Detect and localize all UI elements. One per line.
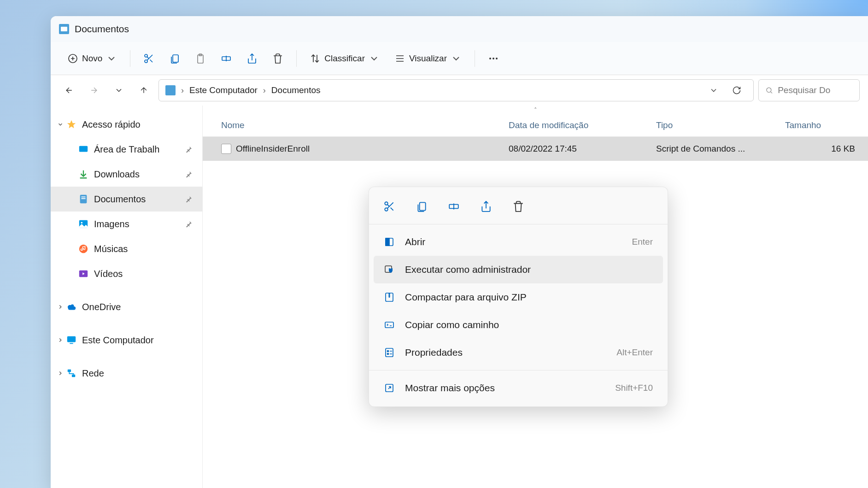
sort-label: Classificar [324, 53, 365, 64]
svg-rect-14 [81, 198, 85, 199]
svg-point-1 [145, 54, 147, 57]
context-properties[interactable]: Propriedades Alt+Enter [374, 339, 663, 366]
plus-circle-icon [67, 53, 78, 64]
titlebar: Documentos [51, 16, 868, 42]
chevron-down-icon [114, 86, 123, 95]
svg-rect-20 [70, 343, 73, 344]
context-cut-button[interactable] [380, 197, 399, 216]
path-icon [384, 319, 395, 330]
pin-icon [185, 170, 193, 178]
context-delete-button[interactable] [509, 197, 528, 216]
rename-button[interactable] [215, 47, 237, 70]
svg-point-2 [145, 60, 147, 63]
column-name[interactable]: Nome [221, 120, 509, 130]
share-icon [480, 200, 492, 212]
context-rename-button[interactable] [445, 197, 463, 216]
sidebar-item-music[interactable]: Músicas [51, 236, 202, 261]
view-label: Visualizar [409, 53, 447, 64]
sidebar-item-onedrive[interactable]: OneDrive [51, 294, 202, 319]
sidebar-item-quick-access[interactable]: Acesso rápido [51, 112, 202, 137]
copy-button[interactable] [164, 47, 186, 70]
pin-icon [185, 145, 193, 153]
cloud-icon [66, 302, 76, 312]
download-icon [78, 169, 88, 179]
refresh-button[interactable] [727, 80, 747, 100]
desktop-icon [78, 144, 88, 154]
toolbar: Novo Classificar Visualizar [51, 42, 868, 75]
context-run-as-admin[interactable]: Executar como administrador [374, 256, 663, 283]
history-button[interactable] [109, 80, 129, 100]
context-open[interactable]: Abrir Enter [374, 228, 663, 256]
context-menu: Abrir Enter Executar como administrador … [369, 187, 668, 407]
view-button[interactable]: Visualizar [389, 47, 467, 70]
context-more-options[interactable]: Mostrar mais opções Shift+F10 [374, 374, 663, 402]
trash-icon [512, 200, 524, 212]
sidebar-item-thispc[interactable]: Este Computador [51, 328, 202, 353]
scissors-icon [383, 200, 395, 212]
sort-icon [310, 53, 321, 64]
sidebar-item-videos[interactable]: Vídeos [51, 261, 202, 286]
music-icon [78, 244, 88, 254]
svg-rect-21 [68, 370, 71, 372]
chevron-right-icon [57, 337, 64, 343]
sidebar-item-network[interactable]: Rede [51, 361, 202, 386]
pin-icon [185, 220, 193, 228]
context-compress-zip[interactable]: Compactar para arquivo ZIP [374, 283, 663, 311]
svg-rect-25 [420, 202, 426, 210]
file-row[interactable]: OfflineInsiderEnroll 08/02/2022 17:45 Sc… [203, 137, 868, 161]
svg-point-23 [385, 202, 388, 205]
video-icon [78, 269, 88, 279]
more-button[interactable] [482, 47, 504, 70]
new-button[interactable]: Novo [62, 47, 123, 70]
sidebar-item-documents[interactable]: Documentos [51, 187, 202, 212]
breadcrumb-root[interactable]: Este Computador [189, 85, 258, 95]
sidebar-item-downloads[interactable]: Downloads [51, 162, 202, 187]
chevron-right-icon [57, 370, 64, 376]
context-copy-path[interactable]: Copiar como caminho [374, 311, 663, 339]
address-dropdown[interactable] [704, 80, 724, 100]
column-modified[interactable]: Data de modificação [509, 120, 656, 130]
chevron-right-icon [57, 304, 64, 310]
breadcrumb-current[interactable]: Documentos [271, 85, 321, 95]
up-button[interactable] [134, 80, 154, 100]
search-bar[interactable] [758, 79, 860, 101]
network-icon [66, 368, 76, 378]
chevron-down-icon [451, 53, 462, 64]
search-input[interactable] [778, 85, 853, 95]
shortcut: Alt+Enter [616, 347, 653, 358]
svg-rect-13 [81, 197, 85, 198]
column-type[interactable]: Tipo [656, 120, 785, 130]
forward-button[interactable] [84, 80, 104, 100]
window-title: Documentos [75, 24, 129, 35]
chevron-right-icon: › [263, 86, 266, 95]
chevron-down-icon [57, 121, 64, 128]
share-button[interactable] [241, 47, 263, 70]
properties-icon [384, 347, 395, 358]
sidebar-item-images[interactable]: Imagens [51, 212, 202, 236]
context-share-button[interactable] [477, 197, 495, 216]
copy-icon [169, 53, 180, 64]
arrow-up-icon [139, 86, 148, 95]
scissors-icon [143, 53, 154, 64]
trash-icon [272, 53, 283, 64]
context-copy-button[interactable] [412, 197, 431, 216]
address-bar[interactable]: › Este Computador › Documentos [158, 79, 754, 101]
svg-point-7 [489, 58, 491, 59]
document-icon [165, 85, 176, 95]
delete-button[interactable] [267, 47, 289, 70]
document-icon [59, 24, 69, 34]
document-icon [78, 194, 88, 204]
sidebar-item-desktop[interactable]: Área de Trabalh [51, 137, 202, 162]
svg-point-10 [767, 88, 771, 92]
column-size[interactable]: Tamanho [785, 120, 868, 130]
cut-button[interactable] [138, 47, 160, 70]
paste-button[interactable] [189, 47, 211, 70]
svg-rect-3 [173, 55, 178, 62]
sort-indicator-icon: ˄ [534, 106, 537, 113]
svg-rect-28 [386, 238, 389, 246]
expand-icon [384, 382, 395, 394]
sort-button[interactable]: Classificar [304, 47, 385, 70]
back-button[interactable] [59, 80, 79, 100]
navbar: › Este Computador › Documentos [51, 75, 868, 106]
monitor-icon [66, 335, 76, 345]
